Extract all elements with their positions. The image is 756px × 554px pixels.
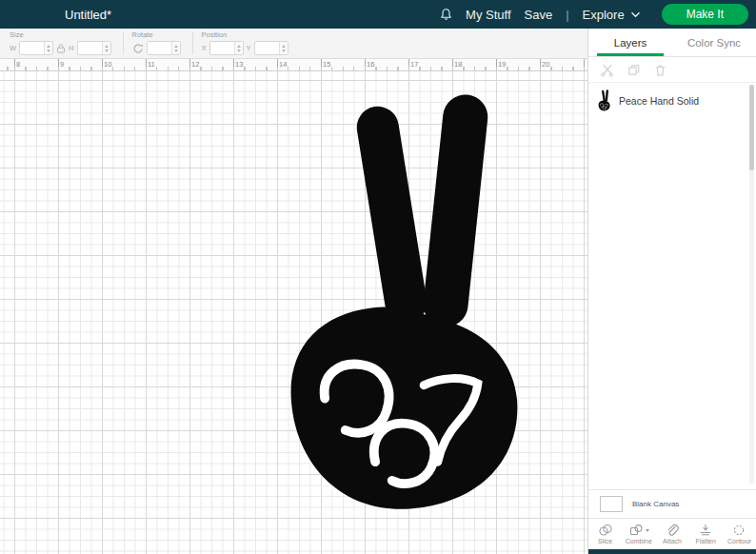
attach-icon bbox=[665, 524, 680, 537]
combine-dropdown-caret bbox=[646, 529, 649, 532]
panel-tabs: Layers Color Sync bbox=[588, 29, 756, 57]
scissors-icon[interactable] bbox=[600, 63, 614, 77]
design-app-window: Untitled* My Stuff Save | Explore Make I… bbox=[0, 0, 756, 554]
x-label: X bbox=[202, 44, 207, 52]
panel-scrollbar[interactable] bbox=[749, 85, 754, 484]
canvas-shape-peace-hand[interactable] bbox=[284, 89, 522, 522]
peace-hand-graphic bbox=[284, 89, 522, 522]
chevron-down-icon bbox=[630, 11, 641, 18]
height-input[interactable] bbox=[77, 41, 111, 55]
ruler-tick-label: 8 bbox=[16, 60, 20, 69]
layer-actions-bar: Slice Combine bbox=[588, 518, 756, 549]
width-input[interactable] bbox=[19, 41, 53, 55]
ruler-tick-label: 18 bbox=[454, 60, 462, 69]
slice-label: Slice bbox=[598, 538, 612, 544]
blank-canvas-label: Blank Canvas bbox=[632, 500, 679, 508]
ruler-tick-label: 9 bbox=[60, 60, 64, 69]
ruler-tick-label: 13 bbox=[235, 60, 243, 69]
layer-item[interactable]: Peace Hand Solid bbox=[588, 83, 756, 118]
attach-label: Attach bbox=[663, 538, 682, 544]
rotate-value bbox=[148, 48, 171, 49]
step-up-arrow bbox=[237, 45, 241, 48]
scrollbar-thumb[interactable] bbox=[749, 85, 754, 170]
contour-label: Contour bbox=[727, 538, 751, 544]
explore-menu[interactable]: Explore bbox=[583, 8, 641, 22]
ruler-tick-label: 14 bbox=[279, 60, 287, 69]
bottom-bar bbox=[588, 549, 756, 554]
rotate-icon[interactable] bbox=[132, 43, 144, 54]
position-x-stepper[interactable] bbox=[234, 42, 243, 54]
lock-aspect-icon[interactable] bbox=[56, 43, 66, 54]
ruler-tick-label: 10 bbox=[104, 60, 111, 69]
step-down-arrow bbox=[282, 49, 286, 52]
tab-color-sync-label: Color Sync bbox=[687, 37, 741, 49]
position-y-stepper[interactable] bbox=[279, 42, 288, 54]
layer-name: Peace Hand Solid bbox=[619, 95, 699, 107]
rotate-label: Rotate bbox=[132, 30, 181, 39]
position-group: Position X Y bbox=[200, 29, 293, 58]
contour-tool-button[interactable]: Contour bbox=[723, 519, 756, 549]
size-group: Size W H bbox=[8, 29, 116, 58]
height-label: H bbox=[69, 44, 73, 52]
trash-icon[interactable] bbox=[653, 63, 667, 77]
position-x-input[interactable] bbox=[209, 41, 244, 55]
ruler-tick-label: 12 bbox=[191, 60, 199, 69]
position-x-value bbox=[210, 48, 234, 49]
y-label: Y bbox=[247, 44, 251, 52]
slice-icon bbox=[598, 524, 613, 537]
step-up-arrow bbox=[282, 45, 286, 48]
tab-layers[interactable]: Layers bbox=[588, 29, 672, 56]
flatten-icon bbox=[698, 524, 713, 537]
make-it-button[interactable]: Make It bbox=[662, 4, 748, 25]
top-bar-nav: My Stuff Save | Explore Make It bbox=[440, 4, 756, 25]
project-title[interactable]: Untitled* bbox=[65, 8, 111, 22]
rotate-input[interactable] bbox=[147, 41, 181, 55]
step-up-arrow bbox=[105, 45, 109, 48]
rotate-group: Rotate bbox=[130, 29, 186, 58]
tab-layers-label: Layers bbox=[614, 37, 647, 49]
attach-tool-button[interactable]: Attach bbox=[655, 519, 688, 549]
width-label: W bbox=[10, 44, 16, 52]
canvas-color-swatch[interactable] bbox=[600, 496, 623, 512]
my-stuff-link[interactable]: My Stuff bbox=[466, 8, 510, 22]
horizontal-ruler: 8 9 10 11 12 13 14 15 16 17 18 19 20 bbox=[0, 59, 587, 71]
notifications-bell-icon[interactable] bbox=[440, 8, 452, 21]
ruler-tick-label: 20 bbox=[542, 60, 549, 69]
layers-toolbar bbox=[588, 57, 756, 83]
duplicate-icon[interactable] bbox=[627, 63, 641, 77]
step-down-arrow bbox=[237, 49, 241, 52]
combine-tool-button[interactable]: Combine bbox=[622, 519, 655, 549]
layers-panel: Layers Color Sync bbox=[587, 29, 756, 554]
blank-canvas-row[interactable]: Blank Canvas bbox=[588, 489, 756, 518]
tab-color-sync[interactable]: Color Sync bbox=[672, 29, 756, 56]
slice-tool-button[interactable]: Slice bbox=[588, 519, 622, 549]
nav-separator: | bbox=[566, 8, 568, 22]
top-bar: Untitled* My Stuff Save | Explore Make I… bbox=[0, 0, 756, 29]
width-stepper[interactable] bbox=[44, 42, 52, 54]
ruler-tick-label: 19 bbox=[498, 60, 506, 69]
position-y-input[interactable] bbox=[254, 41, 288, 55]
design-canvas[interactable] bbox=[0, 71, 587, 554]
edit-toolbar: Size W H bbox=[0, 29, 587, 59]
ruler-tick-label: 17 bbox=[410, 60, 418, 69]
position-y-value bbox=[255, 48, 279, 49]
position-label: Position bbox=[202, 30, 288, 39]
step-down-arrow bbox=[47, 49, 50, 52]
toolbar-divider bbox=[123, 32, 124, 54]
size-label: Size bbox=[10, 30, 111, 39]
step-down-arrow bbox=[105, 49, 109, 52]
flatten-label: Flatten bbox=[696, 538, 716, 544]
toolbar-divider bbox=[192, 32, 193, 54]
layer-list: Peace Hand Solid bbox=[588, 83, 756, 489]
height-stepper[interactable] bbox=[102, 42, 110, 54]
ruler-tick-label: 11 bbox=[148, 60, 155, 69]
save-link[interactable]: Save bbox=[525, 8, 553, 22]
explore-label: Explore bbox=[583, 8, 625, 22]
ruler-tick-label: 15 bbox=[323, 60, 330, 69]
contour-icon bbox=[731, 524, 746, 537]
ruler-tick-label: 16 bbox=[367, 60, 374, 69]
flatten-tool-button[interactable]: Flatten bbox=[689, 519, 723, 549]
rotate-stepper[interactable] bbox=[171, 42, 180, 54]
combine-label: Combine bbox=[626, 538, 652, 544]
height-value bbox=[78, 48, 102, 49]
